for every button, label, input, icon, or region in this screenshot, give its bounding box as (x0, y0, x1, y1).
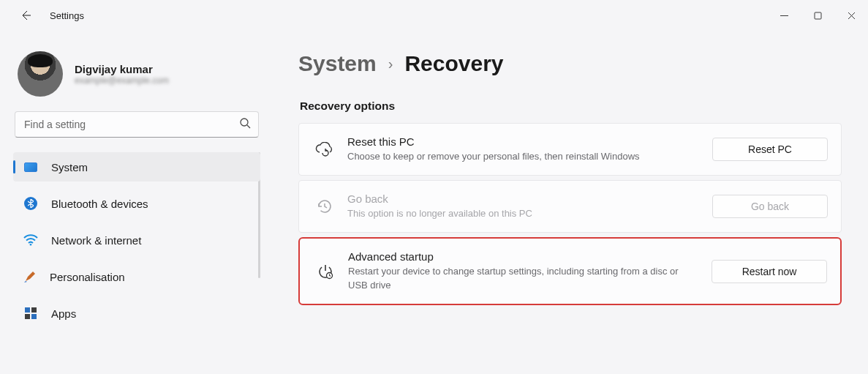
sidebar-item-personalisation[interactable]: Personalisation (13, 262, 260, 291)
cloud-reset-icon (315, 142, 334, 157)
sidebar: Digvijay kumar example@example.com Syste… (0, 31, 272, 374)
sidebar-item-system[interactable]: System (13, 152, 260, 182)
wifi-icon (23, 233, 38, 247)
restart-now-button[interactable]: Restart now (712, 260, 827, 283)
nav-list: System Bluetooth & devices Network & int… (13, 152, 260, 335)
sidebar-item-label: Personalisation (50, 271, 125, 283)
sidebar-item-label: System (51, 161, 88, 173)
chevron-right-icon: › (388, 56, 393, 72)
section-title: Recovery options (300, 100, 842, 113)
card-title: Go back (347, 192, 699, 205)
history-icon (315, 198, 334, 215)
main-content: System › Recovery Recovery options Reset… (272, 31, 868, 374)
account-profile[interactable]: Digvijay kumar example@example.com (13, 45, 260, 110)
sidebar-item-label: Bluetooth & devices (51, 198, 148, 210)
maximize-button[interactable] (801, 4, 834, 27)
minimize-button[interactable] (767, 4, 801, 27)
reset-pc-button[interactable]: Reset PC (712, 138, 828, 161)
bluetooth-icon (23, 196, 38, 211)
card-reset-pc: Reset this PC Choose to keep or remove y… (298, 123, 842, 176)
card-description: Restart your device to change startup se… (348, 265, 698, 291)
profile-name: Digvijay kumar (75, 63, 169, 75)
card-title: Advanced startup (348, 250, 698, 263)
paintbrush-icon (23, 270, 37, 283)
svg-point-1 (241, 119, 248, 126)
search-box[interactable] (15, 111, 259, 138)
card-description: Choose to keep or remove your personal f… (347, 150, 699, 163)
card-description: This option is no longer available on th… (347, 207, 699, 220)
avatar (18, 51, 63, 97)
sidebar-item-bluetooth[interactable]: Bluetooth & devices (13, 189, 260, 218)
sidebar-item-label: Apps (51, 307, 76, 320)
go-back-button: Go back (712, 195, 828, 218)
card-advanced-startup: Advanced startup Restart your device to … (298, 237, 842, 304)
svg-rect-0 (815, 12, 821, 19)
system-icon (23, 160, 38, 174)
sidebar-item-label: Network & internet (51, 234, 141, 247)
card-go-back: Go back This option is no longer availab… (298, 180, 842, 233)
search-icon (239, 117, 251, 132)
profile-email: example@example.com (75, 75, 169, 86)
window-title: Settings (50, 10, 84, 21)
apps-icon (23, 306, 38, 321)
close-button[interactable] (834, 4, 868, 27)
titlebar: Settings (0, 0, 868, 31)
sidebar-item-network[interactable]: Network & internet (13, 225, 260, 255)
sidebar-item-apps[interactable]: Apps (13, 299, 260, 328)
breadcrumb-current: Recovery (404, 51, 503, 76)
breadcrumb-parent[interactable]: System (298, 51, 377, 76)
card-title: Reset this PC (347, 135, 699, 148)
back-button[interactable] (15, 4, 37, 26)
search-input[interactable] (24, 119, 239, 130)
breadcrumb: System › Recovery (298, 51, 842, 76)
svg-point-2 (30, 244, 32, 246)
window-controls (767, 4, 868, 27)
power-settings-icon (316, 263, 335, 280)
